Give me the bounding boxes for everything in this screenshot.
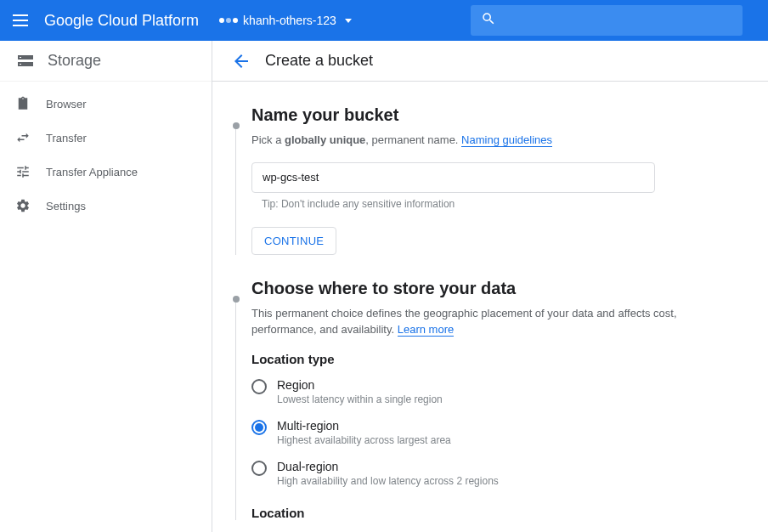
radio-sublabel: Lowest latency within a single region — [277, 393, 443, 405]
step-name-bucket: Name your bucket Pick a globally unique,… — [233, 105, 734, 255]
page-header: Create a bucket — [212, 41, 768, 82]
step-choose-location: Choose where to store your data This per… — [233, 279, 734, 520]
gcp-logo[interactable]: Google Cloud Platform — [44, 12, 199, 30]
sidebar-item-label: Transfer — [46, 132, 87, 144]
radio-multi-region[interactable]: Multi-region Highest availability across… — [251, 419, 734, 446]
continue-button[interactable]: CONTINUE — [251, 227, 336, 255]
radio-sublabel: Highest availability across largest area — [277, 434, 451, 446]
location-type-heading: Location type — [251, 352, 734, 366]
gear-icon — [15, 198, 31, 213]
clipboard-icon — [15, 96, 31, 111]
step-description: Pick a globally unique, permanent name. … — [251, 132, 734, 149]
location-type-radio-group: Region Lowest latency within a single re… — [251, 378, 734, 487]
radio-icon — [251, 420, 267, 435]
input-tip: Tip: Don't include any sensitive informa… — [251, 198, 734, 210]
radio-region[interactable]: Region Lowest latency within a single re… — [251, 378, 734, 405]
learn-more-link[interactable]: Learn more — [398, 323, 454, 337]
service-title: Storage — [48, 52, 101, 70]
location-heading: Location — [251, 506, 734, 520]
search-box[interactable] — [471, 5, 743, 36]
radio-label: Multi-region — [277, 419, 451, 433]
sliders-icon — [15, 164, 31, 179]
sidebar-item-transfer-appliance[interactable]: Transfer Appliance — [0, 155, 212, 189]
sidebar-item-label: Browser — [46, 98, 87, 110]
step-bullet-icon — [233, 296, 240, 303]
sidebar-item-transfer[interactable]: Transfer — [0, 121, 212, 155]
sidebar-item-label: Settings — [46, 200, 86, 212]
step-bullet-icon — [233, 122, 240, 129]
sidebar-item-settings[interactable]: Settings — [0, 189, 212, 223]
radio-sublabel: High availability and low latency across… — [277, 475, 499, 487]
top-bar: Google Cloud Platform khanh-others-123 — [0, 0, 768, 41]
main-panel: Create a bucket Name your bucket Pick a … — [212, 41, 768, 532]
bucket-name-input[interactable] — [251, 162, 655, 193]
sidebar: Storage Browser Transfer Transfer Applia… — [0, 41, 212, 532]
step-title: Name your bucket — [251, 105, 734, 125]
sidebar-item-label: Transfer Appliance — [46, 166, 138, 178]
project-selector[interactable]: khanh-others-123 — [219, 14, 352, 27]
step-description: This permanent choice defines the geogra… — [251, 305, 734, 338]
service-header: Storage — [0, 41, 212, 82]
back-arrow-icon[interactable] — [231, 51, 251, 71]
project-name: khanh-others-123 — [243, 14, 336, 27]
naming-guidelines-link[interactable]: Naming guidelines — [461, 133, 552, 147]
radio-icon — [251, 461, 267, 476]
nav-list: Browser Transfer Transfer Appliance Sett… — [0, 82, 212, 223]
sidebar-item-browser[interactable]: Browser — [0, 87, 212, 121]
svg-rect-3 — [20, 64, 21, 65]
search-icon — [481, 11, 496, 30]
step-title: Choose where to store your data — [251, 279, 734, 298]
menu-icon[interactable] — [10, 10, 31, 31]
svg-rect-2 — [20, 57, 21, 58]
radio-label: Region — [277, 378, 443, 392]
transfer-icon — [15, 130, 31, 145]
storage-icon — [15, 51, 36, 71]
chevron-down-icon — [345, 19, 352, 23]
radio-icon — [251, 379, 267, 394]
radio-label: Dual-region — [277, 460, 499, 473]
radio-dual-region[interactable]: Dual-region High availability and low la… — [251, 460, 734, 487]
page-title: Create a bucket — [265, 52, 373, 70]
project-icon — [219, 18, 238, 23]
